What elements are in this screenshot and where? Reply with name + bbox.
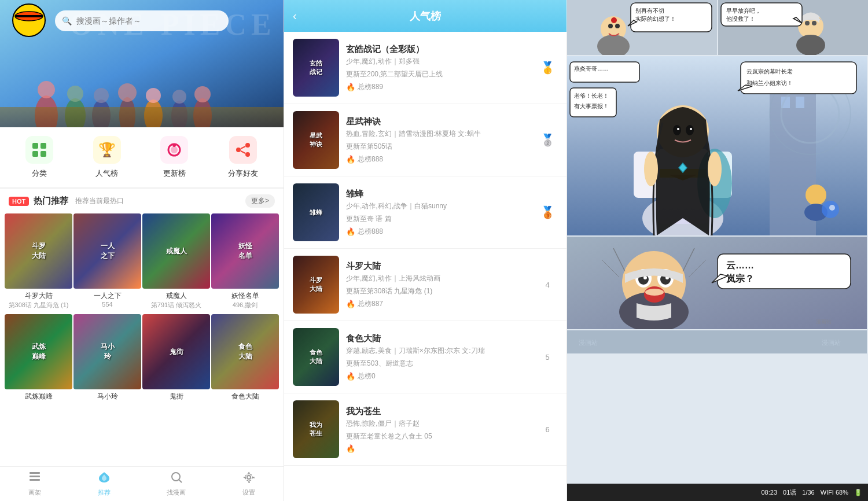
- back-button[interactable]: ‹: [293, 9, 297, 23]
- svg-point-16: [172, 90, 186, 104]
- svg-point-82: [829, 205, 835, 211]
- cat-fenlei-label: 分类: [32, 168, 47, 179]
- nav-find[interactable]: 找漫画: [158, 468, 194, 500]
- manga-card-2[interactable]: 一人之下 一人之下 554: [73, 213, 141, 313]
- svg-point-44: [611, 17, 617, 23]
- search-input[interactable]: [76, 16, 222, 25]
- svg-point-52: [805, 21, 810, 25]
- svg-line-31: [241, 151, 245, 153]
- svg-point-37: [247, 476, 251, 479]
- svg-line-36: [179, 480, 182, 482]
- svg-point-8: [67, 86, 83, 102]
- manga-grid: 斗罗大陆 斗罗大陆 第308话 九星海危 (1) 一人之下 一人之下 554 戒…: [0, 213, 284, 405]
- svg-text:漫画站: 漫画站: [579, 339, 598, 346]
- cat-fenlei[interactable]: 分类: [25, 136, 53, 179]
- manga-card-6[interactable]: 马小玲 马小玲: [73, 314, 141, 405]
- manga-name-8: 食色大陆: [211, 392, 279, 401]
- ranking-list: 玄皓战记 玄皓战记（全彩版） 少年,魔幻,动作｜郑多强 更新至200,第二部望天…: [284, 32, 567, 501]
- svg-text:实际的幻想了！: 实际的幻想了！: [635, 16, 676, 22]
- svg-rect-34: [30, 472, 40, 474]
- rank-tags-5: 穿越,励志,美食｜刀瑞斯×尔东图:尔东 文:刀瑞: [346, 346, 530, 356]
- rank-item-6[interactable]: 我为苍生 我为苍生 恐怖,惊险,僵尸｜痞子赵 更新至老童长卷之八食土 05 🔥 …: [284, 393, 567, 466]
- manga-card-1[interactable]: 斗罗大陆 斗罗大陆 第308话 九星海危 (1): [5, 213, 72, 313]
- svg-point-10: [94, 88, 109, 103]
- manga-card-3[interactable]: 戒魔人 戒魔人 第791话 倾泻怒火: [142, 213, 210, 313]
- comic-panel-bottom: 云…… 岚宗？ 漫画站: [567, 237, 867, 329]
- manga-card-5[interactable]: 武炼巅峰 武炼巅峰: [5, 314, 72, 405]
- rank-tags-4: 少年,魔幻,动作｜上海风炫动画: [346, 274, 530, 283]
- fire-icon-4: 🔥: [346, 300, 355, 308]
- fire-icon-3: 🔥: [346, 227, 355, 236]
- rank-title-2: 星武神诀: [346, 116, 530, 127]
- manga-thumb-6: 马小玲: [73, 314, 141, 389]
- svg-point-25: [171, 146, 178, 153]
- svg-point-28: [245, 152, 250, 157]
- svg-point-79: [806, 185, 826, 205]
- rank-item-3[interactable]: 雏蜂 雏蜂 少年,动作,科幻,战争｜白猫sunny 更新至奇 语 篇 🔥 总榜8…: [284, 176, 567, 249]
- rank-info-3: 雏蜂 少年,动作,科幻,战争｜白猫sunny 更新至奇 语 篇 🔥 总榜888: [346, 189, 530, 237]
- rank-thumb-5: 食色大陆: [293, 328, 339, 386]
- svg-point-26: [172, 143, 176, 147]
- cat-gengxin-icon: [160, 136, 188, 164]
- svg-rect-20: [32, 143, 38, 149]
- nav-shelf[interactable]: 画架: [20, 468, 50, 500]
- manga-sub-2: 554: [73, 301, 141, 308]
- cat-share[interactable]: 分享好友: [228, 136, 258, 179]
- rank-title-1: 玄皓战记（全彩版）: [346, 44, 530, 55]
- rank-tags-2: 热血,冒险,玄幻｜踏雪动漫图:林夏培 文:蜗牛: [346, 129, 530, 139]
- comic-reader[interactable]: 别再有不切 实际的幻想了！: [567, 0, 868, 484]
- svg-point-27: [245, 143, 250, 148]
- manga-name-4: 妖怪名单: [211, 291, 279, 301]
- nav-recommend[interactable]: 推荐: [89, 468, 119, 500]
- svg-text:燕炎哥哥……: 燕炎哥哥……: [574, 65, 609, 72]
- nav-recommend-label: 推荐: [98, 488, 111, 497]
- svg-point-72: [673, 125, 681, 135]
- manga-card-8[interactable]: 食色大陆 食色大陆: [211, 314, 279, 405]
- svg-point-35: [172, 473, 180, 481]
- svg-point-29: [236, 148, 241, 152]
- rank-update-3: 更新至奇 语 篇: [346, 214, 530, 224]
- svg-rect-107: [718, 254, 851, 289]
- rank-update-2: 更新至第505话: [346, 142, 530, 152]
- rank-item-2[interactable]: 星武神诀 星武神诀 热血,冒险,玄幻｜踏雪动漫图:林夏培 文:蜗牛 更新至第50…: [284, 104, 567, 176]
- svg-point-14: [146, 88, 161, 103]
- search-bar[interactable]: 🔍: [55, 10, 229, 31]
- rank-info-6: 我为苍生 恐怖,惊险,僵尸｜痞子赵 更新至老童长卷之八食土 05 🔥: [346, 406, 530, 453]
- rank-item-4[interactable]: 斗罗大陆 斗罗大陆 少年,魔幻,动作｜上海风炫动画 更新至第308话 九星海危 …: [284, 249, 567, 321]
- svg-rect-54: [721, 3, 802, 26]
- rank-update-6: 更新至老童长卷之八食土 05: [346, 432, 530, 441]
- middle-panel: ‹ 人气榜 玄皓战记 玄皓战记（全彩版） 少年,魔幻,动作｜郑多强 更新至200…: [284, 0, 567, 501]
- banner: ONE PIECE: [0, 0, 284, 127]
- rank-thumb-2: 星武神诀: [293, 111, 339, 169]
- cat-share-label: 分享好友: [228, 168, 258, 179]
- category-bar: 分类 🏆 人气榜 更新榜: [0, 127, 284, 188]
- svg-text:有大事票报！: 有大事票报！: [574, 103, 609, 109]
- rank-title-6: 我为苍生: [346, 406, 530, 417]
- nav-settings[interactable]: 设置: [234, 468, 264, 500]
- svg-point-102: [645, 289, 664, 296]
- svg-text:老爷！长老！: 老爷！长老！: [574, 93, 609, 99]
- rank-badge-2: 🥈: [537, 130, 558, 150]
- cat-gengxin-label: 更新榜: [163, 168, 186, 179]
- rank-thumb-6: 我为苍生: [293, 400, 339, 458]
- svg-text:云……: 云……: [726, 260, 754, 270]
- rank-item-1[interactable]: 玄皓战记 玄皓战记（全彩版） 少年,魔幻,动作｜郑多强 更新至200,第二部望天…: [284, 32, 567, 104]
- manga-card-7[interactable]: 鬼街 鬼街: [142, 314, 210, 405]
- rank-badge-5: 5: [537, 347, 558, 367]
- comic-panel-top-right: 早早放弃吧， 他没救了！: [718, 0, 868, 55]
- rank-total-6: 🔥: [346, 444, 530, 453]
- rank-thumb-3: 雏蜂: [293, 183, 339, 241]
- more-button[interactable]: 更多>: [245, 194, 275, 208]
- manga-card-4[interactable]: 妖怪名单 妖怪名单 496,撒剑: [211, 213, 279, 313]
- hot-header: HOT 热门推荐 推荐当前最热口 更多>: [0, 189, 284, 213]
- rank-update-5: 更新至503、厨道意志: [346, 359, 530, 369]
- svg-rect-19: [0, 107, 284, 127]
- svg-rect-32: [30, 479, 40, 481]
- rank-item-5[interactable]: 食色大陆 食色大陆 穿越,励志,美食｜刀瑞斯×尔东图:尔东 文:刀瑞 更新至50…: [284, 321, 567, 393]
- cat-gengxin[interactable]: 更新榜: [160, 136, 188, 179]
- manga-sub-3: 第791话 倾泻怒火: [142, 301, 210, 310]
- cat-renqi[interactable]: 🏆 人气榜: [93, 136, 121, 179]
- ranking-header: ‹ 人气榜: [284, 0, 567, 32]
- rank-tags-1: 少年,魔幻,动作｜郑多强: [346, 57, 530, 67]
- comic-panel-partial: 漫画站 漫画站: [567, 330, 867, 353]
